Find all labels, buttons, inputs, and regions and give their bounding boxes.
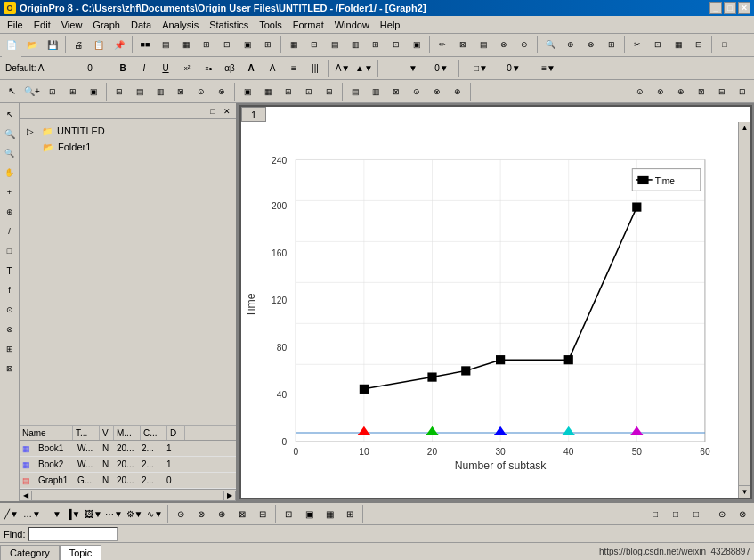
menu-file[interactable]: File xyxy=(2,17,28,33)
tb9[interactable]: ⊞ xyxy=(258,35,278,54)
tb17[interactable]: ✏ xyxy=(433,35,452,54)
graph-tab[interactable]: 1 xyxy=(241,107,266,122)
menu-view[interactable]: View xyxy=(56,17,88,33)
copy-button[interactable]: 📋 xyxy=(89,35,109,54)
tb19[interactable]: ▤ xyxy=(474,35,493,54)
zoom-out-vtool[interactable]: 🔍 xyxy=(1,144,19,162)
menu-help[interactable]: Help xyxy=(375,17,406,33)
graph-vscroll[interactable]: ▲ ▼ xyxy=(738,122,750,498)
bold-button[interactable]: B xyxy=(113,59,133,78)
col-d[interactable]: D xyxy=(167,426,185,440)
tb5[interactable]: ▦ xyxy=(176,35,196,54)
new-file-button[interactable]: 📄 xyxy=(2,35,21,54)
bt-8[interactable]: ▦ xyxy=(320,504,339,523)
tb-d10[interactable]: ▣ xyxy=(238,82,257,101)
tb-r1[interactable]: ⊙ xyxy=(630,82,650,101)
tb-r2[interactable]: ⊗ xyxy=(651,82,670,101)
vtool-14[interactable]: ⊠ xyxy=(1,360,19,377)
bar-graph-btn[interactable]: ▐▼ xyxy=(63,504,83,523)
tb-r4[interactable]: ⊠ xyxy=(692,82,711,101)
tb-d13[interactable]: ⊡ xyxy=(299,82,319,101)
tb16[interactable]: ▣ xyxy=(407,35,426,54)
panel-close[interactable]: ✕ xyxy=(220,104,234,118)
bt-1[interactable]: ⊙ xyxy=(171,504,191,523)
scatter-btn[interactable]: ⋯▼ xyxy=(104,504,124,523)
data-reader-vtool[interactable]: + xyxy=(1,183,19,201)
tb15[interactable]: ⊡ xyxy=(386,35,406,54)
tb3[interactable]: ■■ xyxy=(135,35,155,54)
paste-button[interactable]: 📌 xyxy=(109,35,129,54)
bt-r3[interactable]: □ xyxy=(686,504,706,523)
tb4[interactable]: ▤ xyxy=(156,35,175,54)
tb25[interactable]: ⊞ xyxy=(602,35,621,54)
file-row-book1[interactable]: ▦ Book1 W... N 20... 2... 1 xyxy=(20,441,236,457)
settings-btn[interactable]: ⚙▼ xyxy=(125,504,144,523)
tb-d15[interactable]: ▤ xyxy=(345,82,365,101)
tb28[interactable]: ▦ xyxy=(669,35,688,54)
tb-d7[interactable]: ⊠ xyxy=(171,82,191,101)
tb12[interactable]: ▤ xyxy=(325,35,345,54)
draw-rect-vtool[interactable]: □ xyxy=(1,242,19,260)
format-lines[interactable]: ||| xyxy=(305,59,325,78)
font-size-btn[interactable]: 0 xyxy=(75,59,105,78)
print-button[interactable]: 🖨 xyxy=(69,35,88,54)
bt-r2[interactable]: □ xyxy=(666,504,685,523)
tb10[interactable]: ▦ xyxy=(284,35,304,54)
line-style[interactable]: ——▼ xyxy=(382,59,426,78)
tree-folder1[interactable]: 📂 Folder1 xyxy=(41,139,232,155)
zoom-in-tool[interactable]: 🔍+ xyxy=(22,82,42,101)
tb-d2[interactable]: ⊞ xyxy=(63,82,83,101)
bt-6[interactable]: ⊡ xyxy=(279,504,298,523)
tb18[interactable]: ⊠ xyxy=(453,35,473,54)
menu-statistics[interactable]: Statistics xyxy=(204,17,254,33)
underline-button[interactable]: U xyxy=(156,59,175,78)
bt-r1[interactable]: □ xyxy=(645,504,665,523)
bt-5[interactable]: ⊟ xyxy=(253,504,272,523)
file-row-graph1[interactable]: ▤ Graph1 G... N 20... 2... 0 xyxy=(20,473,236,489)
tb-d19[interactable]: ⊗ xyxy=(427,82,447,101)
tb11[interactable]: ⊟ xyxy=(304,35,324,54)
greek-button[interactable]: αβ xyxy=(220,59,239,78)
menu-window[interactable]: Window xyxy=(329,17,375,33)
col-v[interactable]: V xyxy=(100,426,114,440)
tb6[interactable]: ⊞ xyxy=(197,35,216,54)
menu-format[interactable]: Format xyxy=(288,17,329,33)
wave-btn[interactable]: ∿▼ xyxy=(145,504,165,523)
tb7[interactable]: ⊡ xyxy=(217,35,237,54)
pattern-btn[interactable]: ≡▼ xyxy=(535,59,562,78)
tb27[interactable]: ⊡ xyxy=(648,35,668,54)
open-button[interactable]: 📂 xyxy=(22,35,42,54)
formula-vtool[interactable]: f xyxy=(1,281,19,299)
fill-val[interactable]: 0▼ xyxy=(500,59,527,78)
tb-d20[interactable]: ⊕ xyxy=(448,82,467,101)
vtool-12[interactable]: ⊗ xyxy=(1,321,19,338)
tb20[interactable]: ⊗ xyxy=(494,35,514,54)
menu-tools[interactable]: Tools xyxy=(254,17,288,33)
draw-line-vtool[interactable]: / xyxy=(1,223,19,240)
col-m[interactable]: M... xyxy=(114,426,141,440)
tb-d5[interactable]: ▤ xyxy=(130,82,150,101)
tb30[interactable]: □ xyxy=(715,35,734,54)
tb-d4[interactable]: ⊟ xyxy=(109,82,129,101)
zoom-in-vtool[interactable]: 🔍 xyxy=(1,125,19,142)
format-a2-button[interactable]: A xyxy=(263,59,282,78)
tb-r6[interactable]: ⊡ xyxy=(733,82,752,101)
tab-category[interactable]: Category xyxy=(0,545,60,560)
line-graph-btn[interactable]: ╱▼ xyxy=(2,504,21,523)
panel-restore[interactable]: □ xyxy=(206,104,220,118)
pan-vtool[interactable]: ✋ xyxy=(1,164,19,182)
tb-d14[interactable]: ⊟ xyxy=(320,82,339,101)
tb-d18[interactable]: ⊙ xyxy=(407,82,426,101)
dots-graph-btn[interactable]: …▼ xyxy=(22,504,42,523)
menu-graph[interactable]: Graph xyxy=(87,17,126,33)
screen-reader-vtool[interactable]: ⊕ xyxy=(1,203,19,221)
col-c[interactable]: C... xyxy=(141,426,167,440)
tb-d1[interactable]: ⊡ xyxy=(43,82,62,101)
minimize-button[interactable]: _ xyxy=(709,2,722,14)
subscript-button[interactable]: x₂ xyxy=(199,59,218,78)
tb23[interactable]: ⊕ xyxy=(561,35,580,54)
tab-topic[interactable]: Topic xyxy=(60,545,102,560)
tb-d3[interactable]: ▣ xyxy=(84,82,103,101)
tb8[interactable]: ▣ xyxy=(238,35,257,54)
align-left[interactable]: ≡ xyxy=(284,59,304,78)
